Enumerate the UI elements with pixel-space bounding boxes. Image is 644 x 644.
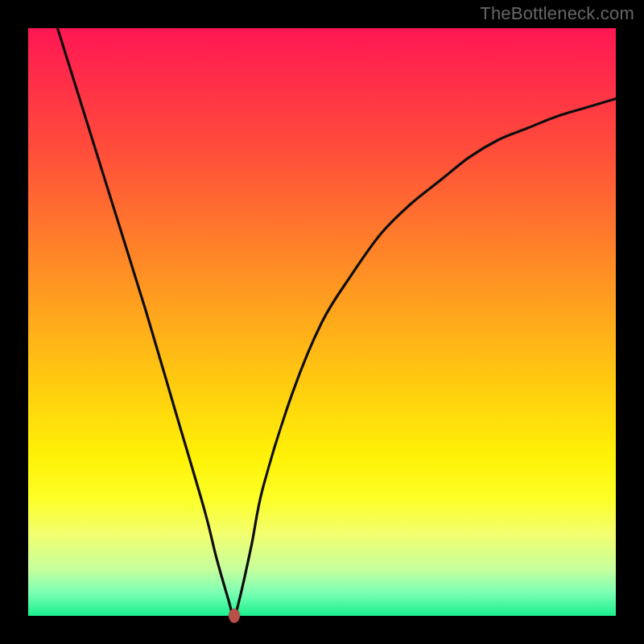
watermark-text: TheBottleneck.com [480,3,634,24]
chart-frame: TheBottleneck.com [0,0,644,644]
bottleneck-curve [28,28,616,616]
optimal-point-marker [229,609,240,623]
plot-area [28,28,616,616]
